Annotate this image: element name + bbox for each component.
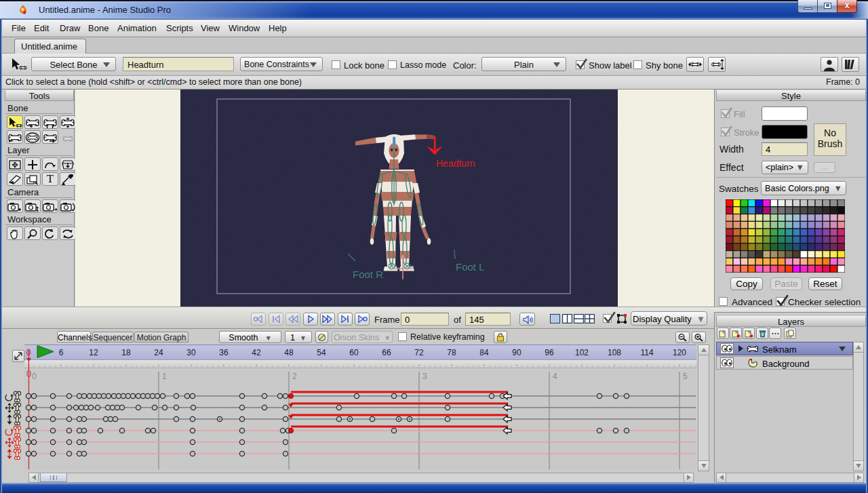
svg-text:66: 66	[382, 348, 391, 357]
svg-text:54: 54	[317, 348, 326, 357]
svg-text:114: 114	[640, 348, 653, 357]
svg-text:84: 84	[479, 348, 489, 357]
svg-text:42: 42	[252, 348, 261, 357]
svg-text:120: 120	[673, 348, 686, 357]
svg-text:24: 24	[154, 348, 163, 357]
svg-text:102: 102	[575, 348, 589, 357]
svg-text:30: 30	[186, 348, 196, 357]
svg-text:0: 0	[32, 372, 37, 381]
svg-text:96: 96	[545, 348, 554, 357]
svg-text:48: 48	[284, 348, 294, 357]
svg-text:78: 78	[447, 348, 456, 357]
svg-text:108: 108	[608, 348, 621, 357]
svg-text:60: 60	[349, 348, 359, 357]
svg-text:18: 18	[121, 348, 131, 357]
svg-text:90: 90	[512, 348, 521, 357]
svg-text:3: 3	[422, 372, 427, 381]
svg-text:1: 1	[162, 372, 167, 381]
svg-text:12: 12	[89, 348, 98, 357]
svg-text:6: 6	[59, 348, 64, 357]
svg-text:2: 2	[292, 372, 297, 381]
svg-text:5: 5	[683, 372, 688, 381]
svg-text:4: 4	[553, 372, 557, 381]
svg-text:72: 72	[414, 348, 424, 357]
svg-text:36: 36	[219, 348, 229, 357]
